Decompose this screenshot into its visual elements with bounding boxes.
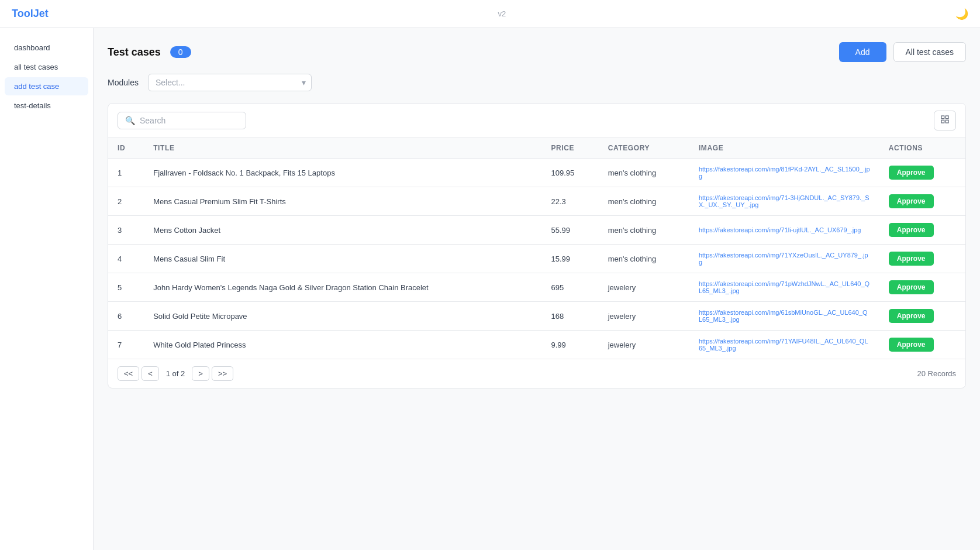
search-input-wrapper: 🔍: [118, 112, 246, 129]
cell-image: https://fakestoreapi.com/img/61sbMiUnoGL…: [689, 302, 879, 331]
all-test-cases-button[interactable]: All test cases: [893, 42, 966, 62]
modules-select[interactable]: Select...: [148, 74, 312, 91]
cell-price: 22.3: [541, 187, 598, 216]
svg-rect-0: [941, 116, 944, 119]
main-content: Test cases 0 Add All test cases Modules …: [94, 28, 980, 550]
sidebar-item-test-details[interactable]: test-details: [5, 97, 88, 115]
cell-id: 1: [108, 159, 144, 187]
table-header: ID TITLE PRICE CATEGORY IMAGE ACTIONS: [108, 138, 965, 159]
approve-button[interactable]: Approve: [889, 338, 934, 352]
add-button[interactable]: Add: [839, 42, 886, 62]
cell-id: 3: [108, 216, 144, 245]
page-title: Test cases: [108, 46, 161, 59]
cell-id: 4: [108, 245, 144, 273]
cell-title: White Gold Plated Princess: [144, 331, 541, 359]
cell-actions: Approve: [879, 331, 965, 359]
modules-row: Modules Select...: [108, 74, 966, 91]
cell-actions: Approve: [879, 216, 965, 245]
table-container: 🔍 ID TITLE PRICE CATEGORY: [108, 103, 966, 389]
cell-id: 2: [108, 187, 144, 216]
search-input[interactable]: [140, 116, 239, 125]
cell-actions: Approve: [879, 273, 965, 302]
pagination: << < 1 of 2 > >> 20 Records: [108, 359, 965, 388]
cell-category: men's clothing: [599, 159, 689, 187]
logo: ToolJet: [12, 8, 49, 20]
sidebar: dashboard all test cases add test case t…: [0, 28, 94, 550]
search-icon: 🔍: [125, 116, 135, 125]
cell-price: 15.99: [541, 245, 598, 273]
topbar: ToolJet v2 🌙: [0, 0, 980, 28]
cell-title: John Hardy Women's Legends Naga Gold & S…: [144, 273, 541, 302]
records-count: 20 Records: [917, 369, 956, 378]
table-row: 4 Mens Casual Slim Fit 15.99 men's cloth…: [108, 245, 965, 273]
layout: dashboard all test cases add test case t…: [0, 28, 980, 550]
cell-id: 5: [108, 273, 144, 302]
cell-category: jewelery: [599, 273, 689, 302]
prev-page-button[interactable]: <: [142, 366, 159, 381]
cell-price: 109.95: [541, 159, 598, 187]
header-actions: Add All test cases: [839, 42, 966, 62]
next-page-button[interactable]: >: [192, 366, 209, 381]
sidebar-item-dashboard[interactable]: dashboard: [5, 39, 88, 57]
col-price: PRICE: [541, 138, 598, 159]
approve-button[interactable]: Approve: [889, 252, 934, 266]
cell-title: Mens Casual Slim Fit: [144, 245, 541, 273]
cell-title: Mens Casual Premium Slim Fit T-Shirts: [144, 187, 541, 216]
approve-button[interactable]: Approve: [889, 309, 934, 323]
cell-actions: Approve: [879, 159, 965, 187]
cell-image: https://fakestoreapi.com/img/71li-ujtlUL…: [689, 216, 879, 245]
cell-category: men's clothing: [599, 245, 689, 273]
first-page-button[interactable]: <<: [118, 366, 139, 381]
pagination-controls: << < 1 of 2 > >>: [118, 366, 233, 381]
cell-id: 7: [108, 331, 144, 359]
table-row: 6 Solid Gold Petite Micropave 168 jewele…: [108, 302, 965, 331]
cell-title: Fjallraven - Foldsack No. 1 Backpack, Fi…: [144, 159, 541, 187]
cell-price: 9.99: [541, 331, 598, 359]
filter-button[interactable]: [934, 111, 956, 130]
page-header: Test cases 0 Add All test cases: [108, 42, 966, 62]
cell-image: https://fakestoreapi.com/img/71pWzhdJNwL…: [689, 273, 879, 302]
cell-title: Mens Cotton Jacket: [144, 216, 541, 245]
cell-title: Solid Gold Petite Micropave: [144, 302, 541, 331]
cell-image: https://fakestoreapi.com/img/81fPKd-2AYL…: [689, 159, 879, 187]
table-row: 5 John Hardy Women's Legends Naga Gold &…: [108, 273, 965, 302]
cell-actions: Approve: [879, 245, 965, 273]
col-id: ID: [108, 138, 144, 159]
col-category: CATEGORY: [599, 138, 689, 159]
cell-category: men's clothing: [599, 187, 689, 216]
col-title: TITLE: [144, 138, 541, 159]
search-bar: 🔍: [108, 104, 965, 138]
svg-rect-2: [941, 120, 944, 123]
cell-image: https://fakestoreapi.com/img/71YAIFU48IL…: [689, 331, 879, 359]
theme-toggle-button[interactable]: 🌙: [955, 8, 968, 20]
col-image: IMAGE: [689, 138, 879, 159]
cell-actions: Approve: [879, 302, 965, 331]
data-table: ID TITLE PRICE CATEGORY IMAGE ACTIONS 1 …: [108, 138, 965, 359]
cell-image: https://fakestoreapi.com/img/71YXzeOuslL…: [689, 245, 879, 273]
cell-image: https://fakestoreapi.com/img/71-3HjGNDUL…: [689, 187, 879, 216]
cell-id: 6: [108, 302, 144, 331]
sidebar-item-all-test-cases[interactable]: all test cases: [5, 58, 88, 76]
table-row: 3 Mens Cotton Jacket 55.99 men's clothin…: [108, 216, 965, 245]
table-row: 2 Mens Casual Premium Slim Fit T-Shirts …: [108, 187, 965, 216]
sidebar-item-add-test-case[interactable]: add test case: [5, 77, 88, 95]
approve-button[interactable]: Approve: [889, 280, 934, 294]
table-row: 7 White Gold Plated Princess 9.99 jewele…: [108, 331, 965, 359]
cell-category: jewelery: [599, 302, 689, 331]
cell-price: 695: [541, 273, 598, 302]
last-page-button[interactable]: >>: [212, 366, 233, 381]
cell-actions: Approve: [879, 187, 965, 216]
cell-price: 168: [541, 302, 598, 331]
svg-rect-3: [946, 120, 948, 123]
cell-category: men's clothing: [599, 216, 689, 245]
approve-button[interactable]: Approve: [889, 166, 934, 180]
modules-select-wrapper: Select...: [148, 74, 312, 91]
cell-price: 55.99: [541, 216, 598, 245]
approve-button[interactable]: Approve: [889, 194, 934, 208]
col-actions: ACTIONS: [879, 138, 965, 159]
approve-button[interactable]: Approve: [889, 223, 934, 237]
columns-icon: [940, 115, 950, 124]
table-body: 1 Fjallraven - Foldsack No. 1 Backpack, …: [108, 159, 965, 359]
modules-label: Modules: [108, 78, 139, 87]
page-info: 1 of 2: [161, 369, 190, 378]
